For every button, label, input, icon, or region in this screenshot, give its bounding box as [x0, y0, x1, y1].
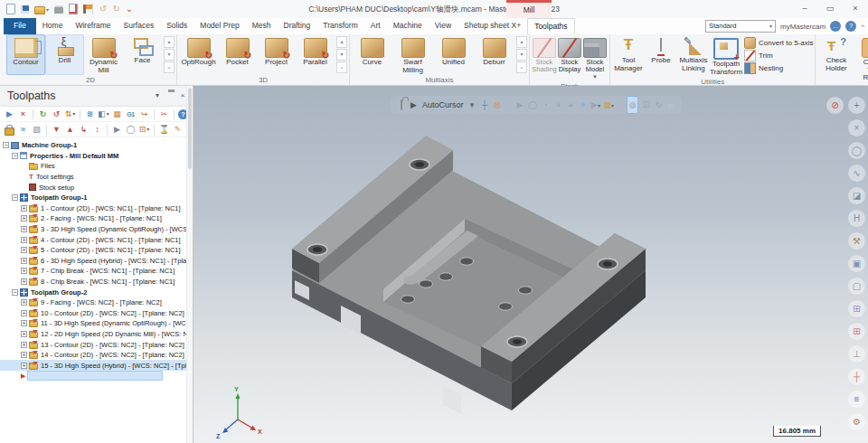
minimize-button[interactable]: – — [792, 0, 817, 17]
tab-transform[interactable]: Transform — [316, 18, 363, 34]
drill-button[interactable]: Drill — [45, 34, 84, 75]
selection-lock-icon[interactable] — [396, 97, 406, 113]
tab-toolpaths[interactable]: Toolpaths — [527, 18, 574, 34]
tree-item[interactable]: +14 - Contour (2D) - [WCS: NC2] - [Tplan… — [0, 350, 193, 361]
parallel-button[interactable]: Parallel — [296, 34, 335, 75]
autocursor-label[interactable]: AutoCursor — [422, 100, 464, 109]
panel-scrollbar[interactable] — [186, 86, 193, 443]
select-single-icon[interactable]: ◑ — [553, 97, 563, 113]
display-options-button[interactable]: ⊡▾ — [138, 124, 150, 136]
deselect-all-operations-button[interactable]: × — [17, 108, 29, 120]
cad-model-canvas[interactable]: Y X Z — [193, 92, 868, 443]
autocursor-dropdown-icon[interactable]: ▾ — [467, 97, 477, 113]
tree-item[interactable]: +7 - Chip Break - [WCS: NC1] - [Tplane: … — [0, 266, 193, 277]
post-g1-button[interactable]: G1 — [125, 108, 137, 120]
tree-item[interactable]: −Toolpath Group-1 — [0, 193, 193, 203]
regenerate-all-button[interactable]: ↺ — [51, 108, 62, 120]
expand-expander[interactable]: + — [21, 237, 27, 243]
tab-solids[interactable]: Solids — [160, 18, 193, 34]
gallery-expand-button[interactable]: ⌄ — [336, 61, 347, 73]
expand-expander[interactable]: + — [21, 342, 27, 348]
pocket-button[interactable]: Pocket — [218, 34, 257, 75]
tree-item[interactable]: +8 - Chip Break - [WCS: NC1] - [Tplane: … — [0, 277, 193, 287]
expand-expander[interactable]: + — [21, 226, 27, 232]
save-as-button[interactable] — [68, 3, 79, 15]
expand-expander[interactable]: + — [21, 320, 27, 326]
edit-display-button[interactable]: ✎ — [172, 124, 184, 136]
undo-button[interactable]: ↺ — [99, 3, 108, 15]
stock-shading-button[interactable]: Stock Shading — [532, 34, 557, 81]
lock-operations-button[interactable] — [4, 124, 15, 136]
swarf-milling-button[interactable]: Swarf Milling — [392, 34, 433, 75]
tree-item[interactable]: +2 - Facing - [WCS: NC1] - [Tplane: NC1] — [0, 213, 193, 224]
collapse-expander[interactable]: − — [3, 142, 9, 148]
toolpath-transform-button[interactable]: Toolpath Transform — [710, 34, 742, 77]
feedback-icon[interactable]: … — [830, 21, 841, 32]
autocursor-cursor-icon[interactable]: ▶ — [409, 97, 419, 113]
gallery-down-button[interactable]: ▾ — [164, 49, 175, 61]
curve-button[interactable]: Curve — [352, 34, 392, 75]
collapse-expander[interactable]: − — [12, 194, 18, 201]
gallery-up-button[interactable]: ▴ — [164, 36, 175, 48]
bounding-box-button[interactable]: ▢ — [848, 278, 865, 295]
backplot-button[interactable]: ≋ — [84, 108, 96, 120]
check-holder-button[interactable]: Check Holder — [817, 34, 854, 83]
machine-simulation-button[interactable]: ↪ — [138, 108, 150, 120]
hole-axis-button[interactable]: H — [848, 210, 865, 227]
redo-button[interactable]: ↻ — [111, 3, 120, 15]
gallery-up-button[interactable]: ▴ — [336, 36, 347, 48]
tab-model-prep[interactable]: Model Prep — [193, 18, 245, 34]
tab-home[interactable]: Home — [36, 18, 70, 34]
expand-expander[interactable]: + — [21, 205, 27, 212]
tab-wireframe[interactable]: Wireframe — [69, 18, 117, 34]
select-chain-icon[interactable]: ◕ — [566, 97, 576, 113]
tree-item[interactable]: +3 - 3D High Speed (Dynamic OptiRough) -… — [0, 224, 193, 235]
help-icon[interactable]: ? — [845, 21, 856, 32]
gallery-down-button[interactable]: ▾ — [516, 49, 527, 61]
tool-manager-button[interactable]: Tool Manager — [612, 34, 645, 77]
material-render-button[interactable]: ▣ — [848, 255, 865, 272]
wcs-plane-button[interactable]: ⊞ — [848, 323, 865, 340]
deburr-button[interactable]: Deburr — [474, 34, 514, 75]
restore-button[interactable]: ▭ — [817, 0, 843, 17]
expand-expander[interactable]: + — [21, 247, 27, 253]
gallery-up-button[interactable]: ▴ — [516, 36, 527, 48]
push-pull-button[interactable]: ⚒ — [848, 232, 865, 250]
simulator-button[interactable]: ▦ — [111, 108, 123, 120]
cad-model[interactable] — [292, 136, 646, 414]
panel-scrollbar-thumb[interactable] — [188, 88, 192, 169]
expand-expander[interactable]: + — [21, 363, 27, 369]
select-solid-icon[interactable]: ● — [579, 97, 589, 113]
stock-display-button[interactable]: Stock Display — [557, 34, 582, 81]
customize-qat-button[interactable]: ⌄ — [125, 3, 134, 15]
expand-expander[interactable]: + — [21, 310, 27, 316]
select-result-icon[interactable]: ▶ — [515, 97, 525, 113]
multiaxis-linking-button[interactable]: Multiaxis Linking — [677, 34, 710, 77]
open-button[interactable]: ▾ — [33, 3, 50, 15]
verify-button[interactable]: ◧▾ — [98, 108, 109, 120]
move-up-button[interactable]: ▲ — [64, 124, 76, 136]
tab-mesh[interactable]: Mesh — [246, 18, 278, 34]
select-cursor-button[interactable]: ▶ — [111, 124, 123, 136]
check-tool-reach-button[interactable]: Check Tool Reach — [854, 34, 868, 83]
options-button[interactable]: ⚙ — [848, 413, 865, 430]
toolpath-timing-button[interactable]: ⌛ — [158, 124, 170, 136]
tab-file[interactable]: File — [4, 18, 36, 34]
contour-button[interactable]: Contour — [6, 34, 45, 75]
tree-item[interactable]: TTool settings — [0, 172, 193, 183]
only-display-selected-button[interactable]: ◯ — [125, 124, 137, 136]
point-position-button[interactable]: ┼ — [848, 368, 865, 385]
tree-item[interactable]: Files — [0, 161, 193, 172]
gallery-down-button[interactable]: ▾ — [336, 49, 347, 61]
expand-expander[interactable]: + — [21, 215, 27, 222]
select-mode-icon[interactable]: ▶▾ — [591, 97, 601, 114]
tree-item[interactable]: +13 - Contour (2D) - [WCS: NC2] - [Tplan… — [0, 339, 193, 350]
tree-item[interactable]: +5 - Contour (2D) - [WCS: NC1] - [Tplane… — [0, 245, 193, 256]
tree-item[interactable]: −Toolpath Group-2 — [0, 287, 193, 297]
measure-button[interactable]: ⊥ — [848, 345, 865, 363]
select-polygon-icon[interactable]: ◔ — [541, 97, 551, 113]
stock-display-toggle-icon[interactable]: ◍ — [627, 96, 638, 114]
tree-item[interactable]: +12 - 2D High Speed (2D Dynamic Mill) - … — [0, 329, 193, 340]
select-window-icon[interactable]: ◯ — [528, 97, 538, 113]
analyze-cursor-icon[interactable]: ▶ — [666, 97, 676, 113]
